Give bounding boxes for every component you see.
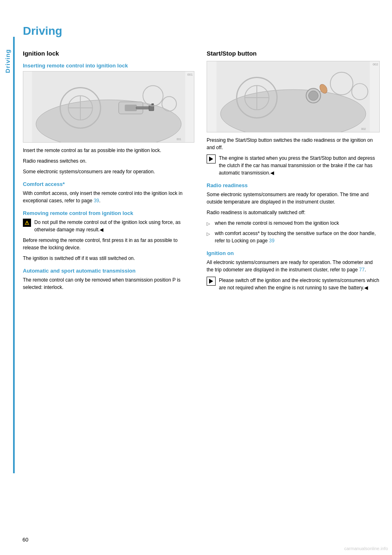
insert-body3: Some electronic systems/consumers are re… (23, 168, 194, 175)
insert-body2: Radio readiness switches on. (23, 157, 194, 165)
page-number: 60 (22, 537, 28, 543)
warning-text: Do not pull the remote control out of th… (34, 219, 194, 233)
odometer-link[interactable]: 77 (359, 267, 365, 273)
note1-text: The engine is started when you press the… (219, 154, 380, 177)
ignition-lock-heading: Ignition lock (23, 50, 194, 57)
start-stop-body1: Pressing the Start/Stop button switches … (207, 137, 380, 151)
bullet-text-1: when the remote control is removed from … (215, 219, 339, 227)
side-tab-bar (13, 37, 15, 473)
image-label-1: 001 (187, 73, 193, 76)
two-col-layout: Ignition lock Inserting remote control i… (23, 50, 380, 530)
note-box-2: Please switch off the ignition and the e… (207, 277, 380, 291)
comfort-access-heading: Comfort access* (23, 181, 194, 187)
svg-rect-8 (136, 107, 150, 109)
start-stop-image: 002 002 (207, 61, 380, 132)
auto-transmission-heading: Automatic and sport automatic transmissi… (23, 268, 194, 274)
side-tab: Driving (0, 0, 15, 555)
svg-point-21 (309, 91, 318, 101)
page-title: Driving (23, 25, 380, 38)
radio-body2: Radio readiness is automatically switche… (207, 209, 380, 216)
bullet-item-2: ▷ with comfort access* by touching the s… (207, 230, 380, 244)
note-box-1: The engine is started when you press the… (207, 154, 380, 177)
image-label-2: 002 (373, 63, 378, 66)
right-column: Start/Stop button (207, 50, 380, 530)
note-arrow-icon-1 (207, 154, 216, 163)
bullet-text-2: with comfort access* by touching the sen… (215, 230, 380, 244)
comfort-body: With comfort access, only insert the rem… (23, 190, 194, 204)
locking-link[interactable]: 39 (269, 238, 274, 244)
svg-rect-7 (125, 105, 137, 111)
main-content: Driving Ignition lock Inserting remote c… (15, 0, 392, 555)
note2-text: Please switch off the ignition and the e… (219, 277, 380, 291)
ignition-on-body1: All electronic systems/consumers are rea… (207, 259, 380, 273)
radio-body1: Some electronic systems/consumers are re… (207, 191, 380, 206)
bullet-item-1: ▷ when the remote control is removed fro… (207, 219, 380, 227)
left-column: Ignition lock Inserting remote control i… (23, 50, 194, 530)
warning-icon: ⚠ (23, 219, 31, 227)
inserting-heading: Inserting remote control into ignition l… (23, 63, 194, 69)
ignition-lock-image: 001 001 (23, 71, 194, 143)
remove-body2: The ignition is switched off if it was s… (23, 255, 194, 262)
note-arrow-icon-2 (207, 277, 216, 286)
svg-text:001: 001 (176, 138, 181, 141)
side-tab-label: Driving (4, 49, 11, 73)
remove-body1: Before removing the remote control, firs… (23, 237, 194, 251)
insert-body1: Insert the remote control as far as poss… (23, 147, 194, 154)
comfort-link[interactable]: 39 (94, 198, 99, 204)
bullet-arrow-1: ▷ (207, 220, 212, 227)
bullet-arrow-2: ▷ (207, 231, 212, 237)
radio-readiness-heading: Radio readiness (207, 182, 380, 188)
watermark: carmanualsonline.info (344, 546, 388, 551)
removing-heading: Removing remote control from ignition lo… (23, 210, 194, 216)
warning-box: ⚠ Do not pull the remote control out of … (23, 219, 194, 233)
svg-rect-10 (151, 103, 154, 105)
start-stop-heading: Start/Stop button (207, 50, 380, 57)
ignition-on-heading: Ignition on (207, 250, 380, 256)
auto-transmission-body: The remote control can only be removed w… (23, 276, 194, 291)
svg-text:002: 002 (361, 128, 366, 130)
